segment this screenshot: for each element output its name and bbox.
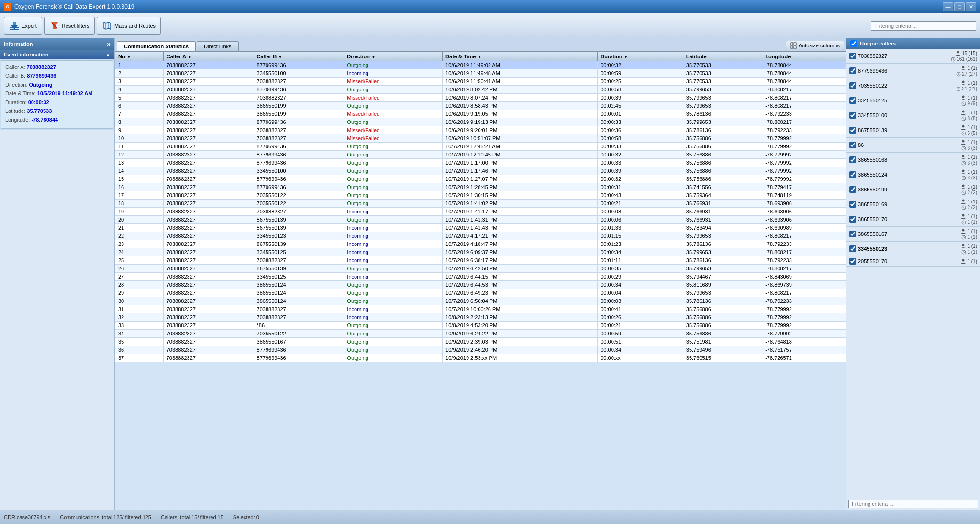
caller-checkbox[interactable] bbox=[849, 142, 856, 148]
table-row[interactable]: 17 7038882327 7035550122 Outgoing 10/7/2… bbox=[115, 191, 846, 200]
caller-checkbox[interactable] bbox=[849, 97, 856, 104]
table-row[interactable]: 12 7038882327 8779699436 Outgoing 10/7/2… bbox=[115, 151, 846, 159]
caller-checkbox[interactable] bbox=[849, 201, 856, 208]
longitude-label: Longitude: bbox=[5, 117, 30, 123]
col-caller-a[interactable]: Caller A▼ bbox=[163, 52, 254, 61]
caller-number: 7038882327 bbox=[858, 53, 949, 59]
cell-caller-a: 7038882327 bbox=[163, 313, 254, 322]
caller-item[interactable]: 3865550170 1 (1) 1 (1) bbox=[846, 212, 980, 227]
col-longitude[interactable]: Longitude bbox=[762, 52, 846, 61]
caller-item[interactable]: 2055550170 1 (1) bbox=[846, 256, 980, 267]
table-row[interactable]: 16 7038882327 8779699436 Outgoing 10/7/2… bbox=[115, 183, 846, 191]
table-row[interactable]: 15 7038882327 8779699436 Outgoing 10/7/2… bbox=[115, 175, 846, 183]
table-row[interactable]: 4 7038882327 8779699436 Outgoing 10/6/20… bbox=[115, 86, 846, 94]
col-no[interactable]: No▼ bbox=[115, 52, 164, 61]
event-info-header[interactable]: Event information ▲ bbox=[0, 50, 114, 59]
caller-checkbox[interactable] bbox=[849, 53, 856, 59]
caller-item[interactable]: 3345550123 1 (1) 1 (1) bbox=[846, 242, 980, 256]
caller-checkbox[interactable] bbox=[849, 82, 856, 89]
col-duration[interactable]: Duration▼ bbox=[598, 52, 683, 61]
caller-checkbox[interactable] bbox=[849, 112, 856, 119]
col-datetime[interactable]: Date & Time▼ bbox=[443, 52, 598, 61]
autosize-button[interactable]: Autosize columns bbox=[786, 41, 844, 50]
table-row[interactable]: 9 7038882327 7038882327 Missed/Failed 10… bbox=[115, 126, 846, 134]
table-row[interactable]: 1 7038882327 8779699436 Outgoing 10/6/20… bbox=[115, 61, 846, 69]
status-bar: CDR.case36794.xls Communications: total … bbox=[0, 510, 980, 524]
table-row[interactable]: 26 7038882327 8675550139 Outgoing 10/7/2… bbox=[115, 265, 846, 273]
caller-item[interactable]: 3865550169 1 (1) 2 (2) bbox=[846, 197, 980, 212]
table-row[interactable]: 11 7038882327 8779699436 Outgoing 10/7/2… bbox=[115, 143, 846, 151]
caller-item[interactable]: 3345550100 1 (1) 8 (8) bbox=[846, 108, 980, 123]
caller-item[interactable]: 3345550125 1 (1) 9 (9) bbox=[846, 93, 980, 108]
collapse-button[interactable]: » bbox=[107, 40, 111, 48]
caller-checkbox[interactable] bbox=[849, 258, 856, 265]
caller-item[interactable]: 7035550122 1 (1) 21 (21) bbox=[846, 78, 980, 93]
table-row[interactable]: 20 7038882327 8675550139 Outgoing 10/7/2… bbox=[115, 216, 846, 224]
col-latitude[interactable]: Latitude bbox=[683, 52, 762, 61]
table-row[interactable]: 19 7038882327 7038882327 Incoming 10/7/2… bbox=[115, 208, 846, 216]
caller-checkbox[interactable] bbox=[849, 67, 856, 74]
table-row[interactable]: 37 7038882327 8779699436 Outgoing 10/9/2… bbox=[115, 354, 846, 362]
table-row[interactable]: 5 7038882327 7038882327 Missed/Failed 10… bbox=[115, 94, 846, 102]
table-row[interactable]: 2 7038882327 3345550100 Incoming 10/6/20… bbox=[115, 69, 846, 78]
minimize-button[interactable]: — bbox=[943, 2, 953, 11]
caller-checkbox[interactable] bbox=[849, 127, 856, 134]
table-row[interactable]: 7 7038882327 3865550199 Missed/Failed 10… bbox=[115, 110, 846, 118]
caller-item[interactable]: 3865550167 1 (1) 1 (1) bbox=[846, 227, 980, 242]
table-row[interactable]: 36 7038882327 8779699436 Outgoing 10/9/2… bbox=[115, 346, 846, 354]
table-row[interactable]: 32 7038882327 7038882327 Incoming 10/8/2… bbox=[115, 313, 846, 322]
cell-datetime: 10/6/2019 9:19:13 PM bbox=[443, 118, 598, 126]
close-button[interactable]: ✕ bbox=[966, 2, 976, 11]
caller-checkbox[interactable] bbox=[849, 186, 856, 193]
tab-direct-links[interactable]: Direct Links bbox=[197, 41, 238, 51]
table-row[interactable]: 29 7038882327 3865550124 Outgoing 10/7/2… bbox=[115, 289, 846, 297]
cell-direction: Outgoing bbox=[344, 175, 443, 183]
table-row[interactable]: 10 7038882327 7038882327 Missed/Failed 1… bbox=[115, 134, 846, 143]
table-row[interactable]: 6 7038882327 3865550199 Outgoing 10/6/20… bbox=[115, 102, 846, 110]
export-button[interactable]: Export bbox=[4, 17, 42, 35]
caller-checkbox[interactable] bbox=[849, 156, 856, 163]
filter-input[interactable] bbox=[871, 21, 976, 31]
cell-duration: 00:00:29 bbox=[598, 273, 683, 281]
table-row[interactable]: 18 7038882327 7035550122 Outgoing 10/7/2… bbox=[115, 200, 846, 208]
table-row[interactable]: 21 7038882327 8675550139 Incoming 10/7/2… bbox=[115, 224, 846, 232]
table-row[interactable]: 35 7038882327 3865550167 Outgoing 10/9/2… bbox=[115, 338, 846, 346]
caller-item[interactable]: 3865550124 1 (1) 3 (3) bbox=[846, 167, 980, 182]
right-filter-input[interactable] bbox=[848, 500, 978, 508]
table-row[interactable]: 25 7038882327 7038882327 Incoming 10/7/2… bbox=[115, 256, 846, 265]
table-row[interactable]: 33 7038882327 *86 Outgoing 10/8/2019 4:5… bbox=[115, 322, 846, 330]
table-row[interactable]: 27 7038882327 3345550125 Incoming 10/7/2… bbox=[115, 273, 846, 281]
table-row[interactable]: 13 7038882327 8779699436 Outgoing 10/7/2… bbox=[115, 159, 846, 167]
reset-filters-button[interactable]: Reset filters bbox=[44, 17, 95, 35]
table-row[interactable]: 22 7038882327 3345550123 Incoming 10/7/2… bbox=[115, 232, 846, 240]
caller-checkbox[interactable] bbox=[849, 231, 856, 237]
tab-comm-stats[interactable]: Communication Statistics bbox=[117, 41, 196, 51]
table-scroll-container[interactable]: No▼ Caller A▼ Caller B▼ Direction▼ Date … bbox=[115, 52, 846, 510]
caller-item[interactable]: 3865550168 1 (1) 3 (3) bbox=[846, 153, 980, 167]
maps-routes-button[interactable]: Maps and Routes bbox=[97, 17, 161, 35]
unique-callers-checkbox[interactable] bbox=[850, 40, 857, 47]
table-row[interactable]: 28 7038882327 3865550124 Outgoing 10/7/2… bbox=[115, 281, 846, 289]
table-row[interactable]: 8 7038882327 8779699436 Outgoing 10/6/20… bbox=[115, 118, 846, 126]
caller-checkbox[interactable] bbox=[849, 216, 856, 223]
table-row[interactable]: 3 7038882327 7038882327 Missed/Failed 10… bbox=[115, 78, 846, 86]
filter-box bbox=[871, 21, 976, 31]
table-row[interactable]: 34 7038882327 7035550122 Outgoing 10/9/2… bbox=[115, 330, 846, 338]
caller-item[interactable]: 8779699436 1 (1) 27 (27) bbox=[846, 64, 980, 78]
caller-checkbox[interactable] bbox=[849, 245, 856, 252]
caller-item[interactable]: 8675550139 1 (1) 5 (5) bbox=[846, 123, 980, 138]
table-row[interactable]: 24 7038882327 3345550125 Incoming 10/7/2… bbox=[115, 248, 846, 256]
maximize-button[interactable]: □ bbox=[954, 2, 965, 11]
caller-item[interactable]: 86 1 (1) 3 (3) bbox=[846, 138, 980, 153]
caller-checkbox[interactable] bbox=[849, 171, 856, 178]
table-row[interactable]: 31 7038882327 7038882327 Incoming 10/7/2… bbox=[115, 305, 846, 313]
cell-duration: 00:00:34 bbox=[598, 281, 683, 289]
col-direction[interactable]: Direction▼ bbox=[344, 52, 443, 61]
table-row[interactable]: 23 7038882327 8675550139 Incoming 10/7/2… bbox=[115, 240, 846, 248]
col-caller-b[interactable]: Caller B▼ bbox=[254, 52, 344, 61]
table-row[interactable]: 30 7038882327 3865550124 Outgoing 10/7/2… bbox=[115, 297, 846, 305]
table-row[interactable]: 14 7038882327 3345550100 Outgoing 10/7/2… bbox=[115, 167, 846, 175]
caller-item[interactable]: 3865550199 1 (1) 2 (2) bbox=[846, 182, 980, 197]
cell-no: 2 bbox=[115, 69, 164, 78]
caller-item[interactable]: 7038882327 15 (15) 161 (161) bbox=[846, 49, 980, 64]
